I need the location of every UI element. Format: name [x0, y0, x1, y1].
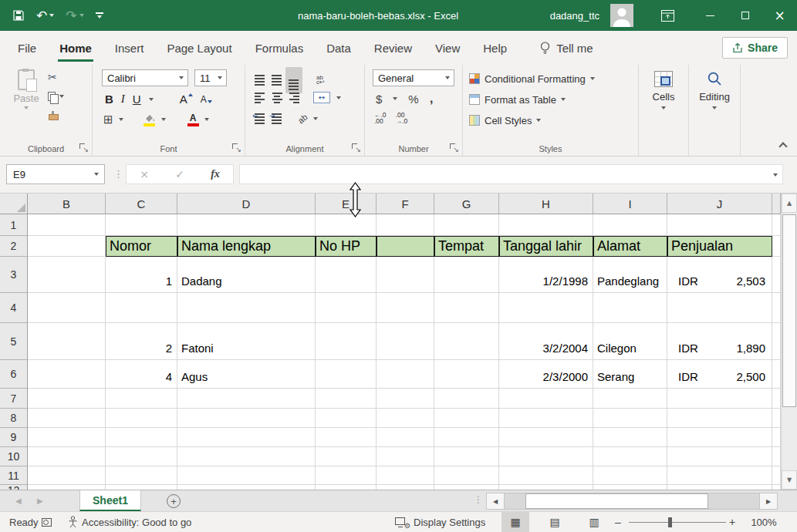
- column-header-H[interactable]: H: [499, 194, 593, 214]
- decrease-font-size-button[interactable]: A: [201, 94, 212, 105]
- ribbon-display-options-button[interactable]: [650, 0, 685, 31]
- tab-review[interactable]: Review: [363, 31, 424, 65]
- cell-J6[interactable]: IDR2,500: [667, 360, 772, 389]
- redo-button[interactable]: ↷: [66, 9, 83, 22]
- scroll-up-icon[interactable]: ▲: [782, 194, 797, 213]
- row-header-9[interactable]: 9: [0, 428, 28, 447]
- chevron-down-icon[interactable]: [313, 117, 318, 120]
- vertical-scrollbar-thumb[interactable]: [782, 214, 796, 407]
- cell-I3[interactable]: Pandeglang: [593, 257, 667, 293]
- merge-center-button[interactable]: ↔: [313, 92, 330, 103]
- scroll-left-icon[interactable]: ◀: [487, 493, 505, 509]
- cell-G10[interactable]: [434, 447, 499, 466]
- zoom-slider-track[interactable]: [629, 522, 726, 523]
- vertical-scrollbar[interactable]: ▲ ▼: [781, 194, 797, 490]
- cell-I8[interactable]: [593, 409, 667, 428]
- bottom-align-button-selected[interactable]: [285, 67, 302, 93]
- cell-G9[interactable]: [434, 428, 499, 447]
- cell-I10[interactable]: [593, 447, 667, 466]
- customize-quick-access-button[interactable]: [96, 12, 103, 19]
- cell-C7[interactable]: [106, 389, 177, 409]
- name-box[interactable]: E9: [6, 164, 105, 184]
- cell-C8[interactable]: [106, 409, 177, 428]
- column-header-C[interactable]: C: [106, 194, 177, 214]
- fill-color-button[interactable]: [144, 113, 156, 126]
- row-header-8[interactable]: 8: [0, 409, 28, 428]
- cell-H7[interactable]: [499, 389, 593, 409]
- column-header-E[interactable]: E: [316, 194, 377, 214]
- cell-H5[interactable]: 3/2/2004: [499, 323, 593, 360]
- cell-D7[interactable]: [177, 389, 316, 409]
- scroll-right-icon[interactable]: ▶: [759, 493, 777, 509]
- cell-E4[interactable]: [316, 293, 377, 323]
- top-align-button[interactable]: [255, 75, 265, 86]
- chevron-down-icon[interactable]: [161, 118, 166, 121]
- cancel-icon[interactable]: ×: [140, 168, 149, 180]
- cell-C6[interactable]: 4: [106, 360, 177, 389]
- tab-insert[interactable]: Insert: [103, 31, 156, 65]
- cell-B9[interactable]: [28, 428, 106, 447]
- share-button[interactable]: Share: [722, 37, 788, 59]
- cell-C4[interactable]: [106, 293, 177, 323]
- cell-F6[interactable]: [377, 360, 434, 389]
- cell-C1[interactable]: [106, 214, 177, 236]
- format-as-table-button[interactable]: Format as Table: [469, 92, 566, 107]
- paste-button[interactable]: Paste: [8, 69, 45, 131]
- maximize-button[interactable]: [728, 0, 762, 31]
- conditional-formatting-button[interactable]: Conditional Formatting: [469, 71, 595, 86]
- chevron-down-icon[interactable]: [119, 118, 123, 121]
- column-header-F[interactable]: F: [377, 194, 434, 214]
- middle-align-button[interactable]: [272, 75, 282, 86]
- column-header-G[interactable]: G: [434, 194, 499, 214]
- column-header-I[interactable]: I: [593, 194, 667, 214]
- formula-input[interactable]: [239, 164, 783, 184]
- cell-F3[interactable]: [377, 257, 434, 293]
- align-right-button[interactable]: [289, 93, 299, 103]
- cell-F4[interactable]: [377, 293, 434, 323]
- tab-home[interactable]: Home: [48, 31, 103, 65]
- tab-formulas[interactable]: Formulas: [244, 31, 316, 65]
- collapse-ribbon-icon[interactable]: [778, 142, 787, 150]
- scroll-down-icon[interactable]: ▼: [782, 470, 797, 490]
- chevron-down-icon[interactable]: [204, 118, 209, 121]
- cell-I7[interactable]: [593, 389, 667, 409]
- cell-F8[interactable]: [377, 409, 434, 428]
- cell-J2[interactable]: Penjualan: [667, 236, 772, 257]
- column-header-B[interactable]: B: [28, 194, 106, 214]
- cell-I4[interactable]: [593, 293, 667, 323]
- cell-F1[interactable]: [377, 214, 434, 236]
- cell-I2[interactable]: Alamat: [593, 236, 667, 257]
- orientation-button[interactable]: ab: [296, 112, 309, 125]
- zoom-out-button[interactable]: –: [615, 512, 621, 532]
- align-left-button[interactable]: [255, 93, 265, 103]
- cell-J9[interactable]: [667, 428, 772, 447]
- cell-D11[interactable]: [177, 466, 316, 485]
- minimize-button[interactable]: [693, 0, 728, 31]
- cell-J4[interactable]: [667, 293, 772, 323]
- cell-J5[interactable]: IDR1,890: [667, 323, 772, 360]
- tab-view[interactable]: View: [424, 31, 471, 65]
- view-page-break-button[interactable]: ▥: [580, 512, 608, 532]
- cell-B1[interactable]: [28, 214, 106, 236]
- tab-file[interactable]: File: [6, 31, 48, 65]
- cell-H1[interactable]: [499, 214, 593, 236]
- row-header-7[interactable]: 7: [0, 389, 28, 409]
- cell-B5[interactable]: [28, 323, 106, 360]
- borders-button[interactable]: ⊞: [103, 113, 113, 126]
- view-page-layout-button[interactable]: ▤: [541, 512, 569, 532]
- chevron-down-icon[interactable]: [393, 97, 397, 100]
- new-sheet-button[interactable]: +: [167, 494, 181, 508]
- cell-E2[interactable]: No HP: [316, 236, 377, 257]
- cell-F9[interactable]: [377, 428, 434, 447]
- font-color-button[interactable]: A: [187, 113, 199, 126]
- cell-E8[interactable]: [316, 409, 377, 428]
- font-name-combo[interactable]: Calibri: [102, 69, 188, 86]
- number-dialog-launcher-icon[interactable]: [450, 143, 458, 152]
- cell-J7[interactable]: [667, 389, 772, 409]
- select-all-button[interactable]: [0, 194, 28, 214]
- cell-B10[interactable]: [28, 447, 106, 466]
- cell-G6[interactable]: [434, 360, 499, 389]
- avatar[interactable]: [610, 4, 633, 27]
- font-size-combo[interactable]: 11: [194, 69, 227, 86]
- sheet-tab-sheet1[interactable]: Sheet1: [79, 490, 141, 511]
